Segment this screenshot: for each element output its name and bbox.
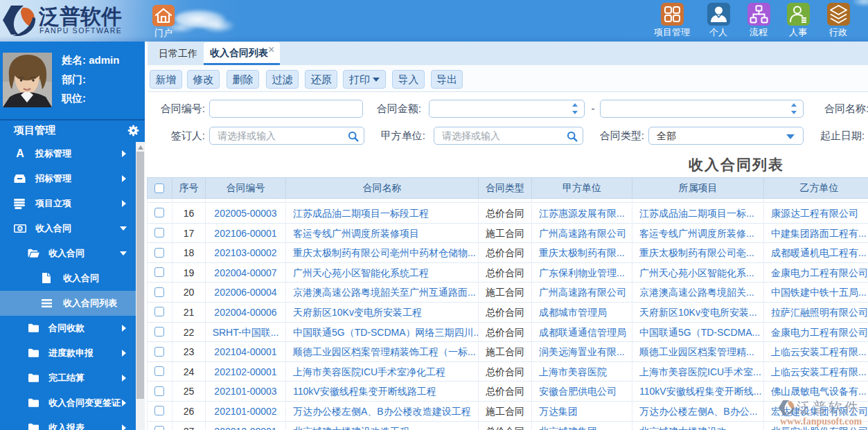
svg-text:0: 0 <box>19 226 21 231</box>
